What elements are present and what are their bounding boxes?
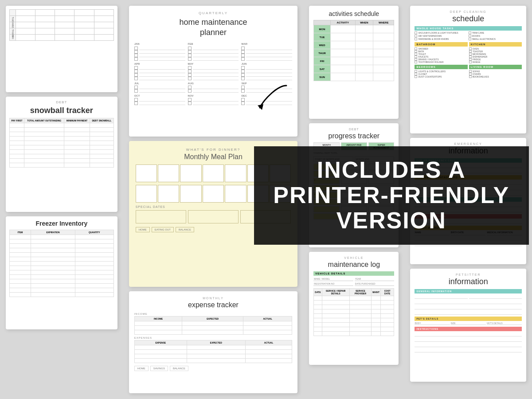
day-wed: WED [10,22,16,28]
pet-instructions-fields [415,332,522,352]
middle-column: QUARTERLY home maintenanceplanner JAN AP… [123,0,304,399]
left-column: TUES WED THURS FRI DEBT snow [0,0,123,399]
pet-instructions-header: INSTRUCTIONS [415,327,522,331]
dc-living-section: LIVING ROOM SOFAS CHAIRS BOOKSHELVES [469,65,522,78]
expense-subtitle: MONTHLY [134,297,293,300]
calendar-table: TUES WED THURS FRI [9,9,114,41]
vehicle-title: maintenance log [313,261,394,269]
dc-living-header: LIVING ROOM [469,65,522,69]
petsitter-subtitle: PETSITTER [415,273,522,276]
dc-subtitle: DEEP CLEANING [415,10,522,13]
svg-marker-0 [258,104,263,110]
vehicle-subtitle: VEHICLE [313,256,394,259]
day-wed-act: WED [314,41,330,49]
vehicle-detail-rows: MAKE / MODEL YEAR REGISTRATION NO DATE P… [313,277,394,286]
month-col-feb: FEB MAY AUG NOV [188,43,239,105]
freezer-title: Freezer Inventory [9,220,114,227]
vehicle-maintenance-card: VEHICLE maintenance log VEHICLE DETAILS … [309,252,399,365]
petsitter-card: PETSITTER information GENERAL INFORMATIO… [410,269,526,382]
home-maint-title: home maintenanceplanner [134,17,293,38]
expense-title: expense tracker [134,301,293,309]
exp-home-btn[interactable]: HOME [134,366,149,371]
overlay-banner: INCLUDES A PRINTER-FRIENDLY VERSION [254,146,529,245]
snowball-tracker-card: DEBT snowball tracker PAY FIRST TOTAL AM… [6,97,117,212]
exp-balance-btn[interactable]: BALANCE [170,366,188,371]
expense-tracker-card: MONTHLY expense tracker INCOME INCOMEEXP… [129,291,298,393]
day-thur: THUR [314,49,330,57]
month-col-jan: JAN APR JUL OCT [134,43,185,105]
pet-general-fields [415,294,522,315]
day-sat: SAT [314,65,330,73]
dc-bed-living: BEDROOMS LIGHTS & CONTROLLERS CLOSET DUS… [415,65,522,78]
petsitter-title: information [415,277,522,286]
day-fri: FRI [10,35,16,41]
dc-bathroom-header: BATHROOM [415,42,467,47]
expenses-label: EXPENSES [134,336,293,339]
dc-whole-house: WHOLE HOUSE TASKS VACUUM FLOORS & LIGHT … [415,26,522,40]
meal-balance-btn[interactable]: BALANCE [176,227,194,232]
veh-reg-no: REGISTRATION NO [313,282,353,286]
pet-details-grid: BODY SIZE VET'S DETAILS [415,322,522,325]
expenses-table: EXPENSEEXPECTEDACTUAL [134,340,293,363]
meal-home-btn[interactable]: HOME [136,227,150,232]
dc-whole-house-items: VACUUM FLOORS & LIGHT FIXTURES TRIM CARE… [415,31,522,40]
activities-title: activities schedule [313,10,394,17]
pet-details-header: PET'S DETAILS [415,317,522,321]
dc-bathroom-section: BATHROOM SHOWER BATH TOILET FAUCETS DRAI… [415,42,467,63]
freezer-table: ITEM EXPIRATION QUANTITY [9,230,114,297]
activities-schedule-card: activities schedule ACTIVITY WHEN WHERE … [309,6,399,119]
deep-cleaning-card: DEEP CLEANING schedule WHOLE HOUSE TASKS… [410,6,526,133]
day-empty [10,10,16,16]
income-table: INCOMEEXPECTEDACTUAL [134,316,293,335]
day-sun: SUN [314,73,330,81]
dc-bedrooms-section: BEDROOMS LIGHTS & CONTROLLERS CLOSET DUS… [415,65,467,78]
dc-kitchen-header: KITCHEN [469,42,522,47]
vehicle-details-header: VEHICLE DETAILS [313,271,394,276]
veh-year: YEAR [355,277,395,281]
snowball-table: PAY FIRST TOTAL AMOUNT OUTSTANDING MINIM… [9,118,114,168]
day-mon: MON [314,25,330,33]
vehicle-log-table: DATE SERVICE / REPAIR DETAILS SERVICE PR… [313,288,394,336]
main-layout: TUES WED THURS FRI DEBT snow [0,0,532,399]
arrow-icon [255,81,295,112]
veh-make-model: MAKE / MODEL [313,277,353,281]
exp-savings-btn[interactable]: SAVINGS [150,366,168,371]
dc-bath-kitchen: BATHROOM SHOWER BATH TOILET FAUCETS DRAI… [415,42,522,63]
day-thurs: THURS [10,28,16,35]
veh-date-purchased: DATE PURCHASED [355,282,395,286]
dc-title: schedule [415,14,522,23]
dc-bedrooms-header: BEDROOMS [415,65,467,69]
home-maintenance-card: QUARTERLY home maintenanceplanner JAN AP… [129,6,298,137]
day-fri-act: FRI [314,57,330,65]
meal-eatingout-btn[interactable]: EATING OUT [152,227,174,232]
income-label: INCOME [134,313,293,315]
dp-subtitle: DEBT [313,128,394,131]
expense-buttons: HOME SAVINGS BALANCE [134,366,293,371]
activities-table: ACTIVITY WHEN WHERE MON TUE WED THU [313,20,394,81]
dc-kitchen-section: KITCHEN OVEN TOASTER MICROWAVE DISHWASHE… [469,42,522,63]
day-tues: TUES [10,16,16,22]
snowball-subtitle: DEBT [9,100,114,104]
em-subtitle: EMERGENCY [415,142,522,145]
dp-title: progress tracker [313,132,394,140]
freezer-inventory-card: Freezer Inventory ITEM EXPIRATION QUANTI… [6,216,117,329]
dc-whole-house-header: WHOLE HOUSE TASKS [415,26,522,31]
weekly-calendar-card: TUES WED THURS FRI [6,6,117,92]
day-tue: TUE [314,33,330,41]
home-maint-subtitle: QUARTERLY [134,11,293,15]
snowball-title: snowball tracker [9,106,114,115]
pet-general-header: GENERAL INFORMATION [415,289,522,293]
